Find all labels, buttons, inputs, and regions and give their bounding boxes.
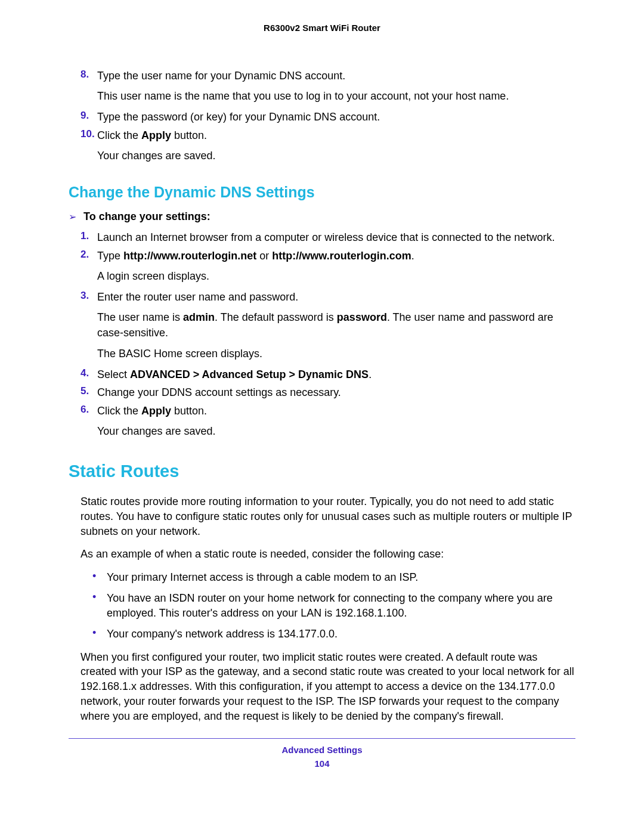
step-item: 9. Type the password (or key) for your D…	[80, 110, 575, 124]
bullet-icon: •	[92, 570, 107, 583]
step-text: Type the password (or key) for your Dyna…	[97, 110, 380, 124]
step-number: 9.	[80, 110, 97, 122]
step-item: 5. Change your DDNS account settings as …	[80, 385, 575, 400]
step-item: 2. Type http://www.routerlogin.net or ht…	[80, 249, 575, 263]
bullet-list: •Your primary Internet access is through…	[92, 570, 575, 641]
page-header-title: R6300v2 Smart WiFi Router	[69, 23, 575, 33]
step-text-bold2: http://www.routerlogin.com	[272, 250, 411, 262]
document-page: R6300v2 Smart WiFi Router 8. Type the us…	[0, 0, 644, 792]
intro-steps: 8. Type the user name for your Dynamic D…	[80, 69, 575, 163]
step-text-prefix: Select	[97, 368, 130, 380]
step-text: Type http://www.routerlogin.net or http:…	[97, 249, 414, 263]
footer-section-name: Advanced Settings	[69, 745, 575, 755]
step-number: 3.	[80, 290, 97, 302]
list-item: •Your company's network address is 134.1…	[92, 627, 575, 642]
step-text-suffix: button.	[171, 405, 207, 417]
step-item: 3. Enter the router user name and passwo…	[80, 290, 575, 304]
step-text: Change your DDNS account settings as nec…	[97, 385, 341, 400]
step-text: Type the user name for your Dynamic DNS …	[97, 69, 345, 83]
step-item: 8. Type the user name for your Dynamic D…	[80, 69, 575, 83]
step-text-prefix: Type	[97, 250, 123, 262]
section-heading-static-routes: Static Routes	[69, 462, 575, 481]
body-paragraph: As an example of when a static route is …	[80, 547, 575, 562]
step-item: 6. Click the Apply button.	[80, 404, 575, 418]
step-item: 4. Select ADVANCED > Advanced Setup > Dy…	[80, 367, 575, 382]
step-text-mid: or	[256, 250, 272, 262]
bullet-icon: •	[92, 591, 107, 604]
footer-page-number: 104	[69, 758, 575, 769]
step-text-prefix: Click the	[97, 405, 141, 417]
step-text-prefix: Click the	[97, 129, 141, 141]
section1-steps: 1. Launch an Internet browser from a com…	[80, 230, 575, 439]
list-item-text: You have an ISDN router on your home net…	[107, 591, 575, 621]
bullet-icon: •	[92, 627, 107, 640]
step-text: Launch an Internet browser from a comput…	[97, 230, 555, 244]
step-text-suffix: .	[369, 368, 371, 380]
step-text-bold: Apply	[141, 129, 171, 141]
step-text: Enter the router user name and password.	[97, 290, 298, 304]
page-footer: Advanced Settings 104	[69, 745, 575, 769]
step-number: 4.	[80, 367, 97, 379]
step-text: Click the Apply button.	[97, 128, 207, 143]
step-number: 10.	[80, 128, 97, 140]
list-item-text: Your primary Internet access is through …	[107, 570, 418, 585]
body-paragraph: When you first configured your router, t…	[80, 650, 575, 724]
step-number: 6.	[80, 404, 97, 416]
step-item: 10. Click the Apply button.	[80, 128, 575, 143]
body-paragraph: Static routes provide more routing infor…	[80, 494, 575, 538]
step-number: 5.	[80, 385, 97, 397]
procedure-heading: ➢ To change your settings:	[69, 210, 575, 223]
list-item: •You have an ISDN router on your home ne…	[92, 591, 575, 621]
step-followup: Your changes are saved.	[97, 424, 575, 439]
step-followup: A login screen displays.	[97, 269, 575, 284]
step-text-bold: Apply	[141, 405, 171, 417]
footer-divider	[69, 738, 575, 739]
step-number: 1.	[80, 230, 97, 242]
step-text: Click the Apply button.	[97, 404, 207, 418]
step-text-bold: http://www.routerlogin.net	[123, 250, 256, 262]
procedure-label: To change your settings:	[83, 210, 210, 223]
step-followup: The BASIC Home screen displays.	[97, 346, 575, 361]
step-text-suffix: button.	[171, 129, 207, 141]
step-followup: Your changes are saved.	[97, 148, 575, 163]
step-text: Select ADVANCED > Advanced Setup > Dynam…	[97, 367, 371, 382]
step-followup: The user name is admin. The default pass…	[97, 310, 575, 340]
arrow-icon: ➢	[69, 211, 76, 222]
section-heading-change-dns: Change the Dynamic DNS Settings	[69, 184, 575, 201]
step-item: 1. Launch an Internet browser from a com…	[80, 230, 575, 244]
step-text-suffix: .	[411, 250, 414, 262]
list-item: •Your primary Internet access is through…	[92, 570, 575, 585]
step-followup: This user name is the name that you use …	[97, 89, 575, 104]
step-number: 8.	[80, 69, 97, 80]
step-text-bold: ADVANCED > Advanced Setup > Dynamic DNS	[130, 368, 369, 380]
list-item-text: Your company's network address is 134.17…	[107, 627, 338, 642]
step-number: 2.	[80, 249, 97, 261]
